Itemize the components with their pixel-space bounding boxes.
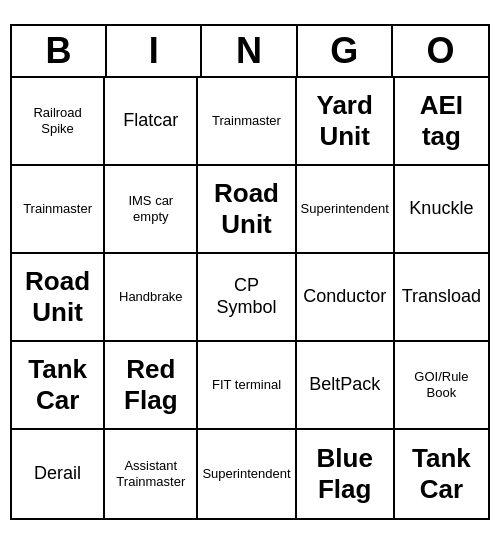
bingo-header: BINGO: [12, 26, 488, 78]
cell-text: Tank Car: [16, 354, 99, 416]
bingo-cell: FIT terminal: [198, 342, 296, 430]
cell-text: GOI/Rule Book: [399, 369, 484, 400]
bingo-cell: Tank Car: [395, 430, 488, 518]
bingo-cell: Red Flag: [105, 342, 198, 430]
cell-text: Superintendent: [301, 201, 389, 217]
bingo-cell: CP Symbol: [198, 254, 296, 342]
cell-text: AEI tag: [399, 90, 484, 152]
bingo-cell: Blue Flag: [297, 430, 395, 518]
cell-text: Assistant Trainmaster: [109, 458, 192, 489]
bingo-cell: Superintendent: [198, 430, 296, 518]
bingo-cell: Superintendent: [297, 166, 395, 254]
cell-text: CP Symbol: [202, 275, 290, 318]
cell-text: Flatcar: [123, 110, 178, 132]
cell-text: Derail: [34, 463, 81, 485]
cell-text: Conductor: [303, 286, 386, 308]
header-letter: G: [298, 26, 393, 76]
bingo-cell: Railroad Spike: [12, 78, 105, 166]
bingo-cell: Road Unit: [198, 166, 296, 254]
cell-text: BeltPack: [309, 374, 380, 396]
cell-text: Handbrake: [119, 289, 183, 305]
cell-text: Red Flag: [109, 354, 192, 416]
cell-text: Superintendent: [202, 466, 290, 482]
bingo-cell: Trainmaster: [12, 166, 105, 254]
cell-text: Road Unit: [16, 266, 99, 328]
bingo-cell: Trainmaster: [198, 78, 296, 166]
bingo-cell: Conductor: [297, 254, 395, 342]
bingo-cell: AEI tag: [395, 78, 488, 166]
bingo-cell: Transload: [395, 254, 488, 342]
cell-text: Yard Unit: [301, 90, 389, 152]
bingo-card: BINGO Railroad SpikeFlatcarTrainmasterYa…: [10, 24, 490, 520]
bingo-cell: Flatcar: [105, 78, 198, 166]
header-letter: O: [393, 26, 488, 76]
cell-text: Trainmaster: [212, 113, 281, 129]
bingo-cell: IMS car empty: [105, 166, 198, 254]
header-letter: I: [107, 26, 202, 76]
bingo-cell: Assistant Trainmaster: [105, 430, 198, 518]
bingo-cell: Yard Unit: [297, 78, 395, 166]
bingo-cell: Handbrake: [105, 254, 198, 342]
cell-text: FIT terminal: [212, 377, 281, 393]
bingo-grid: Railroad SpikeFlatcarTrainmasterYard Uni…: [12, 78, 488, 518]
cell-text: Trainmaster: [23, 201, 92, 217]
bingo-cell: BeltPack: [297, 342, 395, 430]
bingo-cell: Knuckle: [395, 166, 488, 254]
bingo-cell: Road Unit: [12, 254, 105, 342]
bingo-cell: Derail: [12, 430, 105, 518]
header-letter: B: [12, 26, 107, 76]
bingo-cell: GOI/Rule Book: [395, 342, 488, 430]
bingo-cell: Tank Car: [12, 342, 105, 430]
cell-text: Knuckle: [409, 198, 473, 220]
cell-text: Transload: [402, 286, 481, 308]
cell-text: Tank Car: [399, 443, 484, 505]
cell-text: Blue Flag: [301, 443, 389, 505]
cell-text: Road Unit: [202, 178, 290, 240]
cell-text: IMS car empty: [109, 193, 192, 224]
cell-text: Railroad Spike: [16, 105, 99, 136]
header-letter: N: [202, 26, 297, 76]
